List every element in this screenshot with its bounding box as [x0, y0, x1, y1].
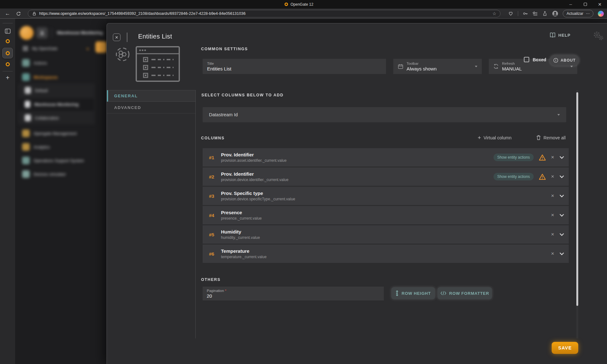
- user-avatar[interactable]: [20, 26, 34, 40]
- copilot-icon[interactable]: [598, 11, 604, 17]
- back-button[interactable]: ←: [4, 10, 11, 17]
- sidebar-item-default[interactable]: Default: [25, 87, 48, 94]
- settings-gears-icon[interactable]: [593, 31, 604, 40]
- chevron-down-icon[interactable]: [559, 175, 564, 179]
- modal-scrollbar-thumb[interactable]: [576, 92, 578, 306]
- modal-close-button[interactable]: ✕: [113, 33, 120, 41]
- tab-advanced[interactable]: ADVANCED: [107, 102, 195, 113]
- tab-panel-toggle[interactable]: [0, 28, 15, 34]
- boxed-label: Boxed: [533, 57, 546, 62]
- chevron-down-icon[interactable]: [559, 194, 564, 198]
- simulator-icon: [22, 170, 30, 178]
- oss-icon: [22, 157, 30, 164]
- maximize-icon: [584, 3, 587, 6]
- opengate-favicon-icon: [6, 39, 10, 43]
- entities-widget-icon: [114, 46, 131, 62]
- favorite-star-icon[interactable]: ☆: [492, 11, 496, 16]
- datastream-dropdown-value: Datastream Id: [209, 112, 557, 117]
- remove-column-icon[interactable]: ×: [551, 231, 554, 238]
- caret-down-icon[interactable]: ▼: [86, 47, 89, 51]
- browser-tab[interactable]: OpenGate 12: [285, 0, 313, 9]
- sidebar-item-workspaces[interactable]: Workspaces: [22, 73, 58, 81]
- remove-column-icon[interactable]: ×: [551, 193, 554, 199]
- window-minimize-button[interactable]: ─: [563, 0, 578, 9]
- column-row-3: #3 Prov. Specific type provision.device.…: [203, 187, 569, 205]
- pagination-value: 20: [207, 293, 380, 299]
- widget-settings-modal: ✕ Entities List HELP: [107, 23, 607, 364]
- chevron-down-icon[interactable]: [559, 252, 564, 256]
- window-maximize-button[interactable]: [578, 0, 592, 9]
- code-icon: [440, 291, 446, 295]
- remove-column-icon[interactable]: ×: [551, 212, 554, 218]
- row-formatter-label: ROW FORMATTER: [449, 291, 489, 296]
- refresh-icon: [493, 64, 499, 69]
- remove-column-icon[interactable]: ×: [551, 173, 554, 180]
- modal-title: Entities List: [138, 33, 172, 40]
- title-field-value: Entities List: [207, 66, 382, 71]
- sidebar-item-devices-simulator[interactable]: Devices simulator: [22, 170, 66, 178]
- profile-avatar[interactable]: [552, 10, 558, 17]
- row-formatter-button[interactable]: ROW FORMATTER: [438, 287, 492, 299]
- workspace-header-title: Warehouse Monitoring: [57, 30, 107, 35]
- chevron-down-icon[interactable]: [559, 214, 564, 217]
- new-tab-button[interactable]: +: [0, 74, 15, 82]
- sidebar-item-label: Operations Support System: [34, 158, 84, 163]
- toolbar-select[interactable]: Toolbar Always shown: [393, 59, 482, 74]
- tab-label: ADVANCED: [114, 105, 141, 110]
- address-bar[interactable]: https://www.opengate.es/workspaces/_1754…: [28, 10, 500, 17]
- add-widget-button[interactable]: [95, 41, 107, 53]
- virtual-column-button[interactable]: + Virtual column: [478, 135, 512, 141]
- column-row-6: #6 Temperature temperature._current.valu…: [203, 245, 569, 263]
- column-name: Prov. Specific type: [221, 191, 547, 196]
- help-label: HELP: [558, 33, 571, 38]
- column-name: Temperature: [221, 248, 547, 254]
- chevron-down-icon[interactable]: [559, 233, 564, 236]
- boxed-checkbox[interactable]: [524, 57, 529, 62]
- password-manager-icon[interactable]: [523, 11, 528, 16]
- remove-column-icon[interactable]: ×: [551, 154, 554, 161]
- column-path: provision.device.identifier._current.val…: [221, 178, 490, 182]
- more-options-icon[interactable]: ⋯: [586, 11, 590, 16]
- remove-all-button[interactable]: Remove all: [536, 135, 566, 140]
- sidebar-item-operations-support-system[interactable]: Operations Support System: [22, 157, 84, 164]
- pagination-label: Pagination *: [207, 289, 380, 293]
- browser-essentials-icon[interactable]: [508, 11, 513, 16]
- sidebar-item-collaborative[interactable]: Collaborative: [25, 114, 59, 121]
- profile-icon[interactable]: [36, 27, 48, 39]
- remove-column-icon[interactable]: ×: [551, 251, 554, 257]
- info-icon: [553, 58, 558, 63]
- header-divider: [127, 33, 127, 42]
- vertical-tab-3[interactable]: [0, 62, 15, 66]
- sidebar-item-label: Opengate Management: [34, 131, 77, 136]
- vertical-tab-1[interactable]: [0, 39, 15, 43]
- actualizar-button[interactable]: Actualizar ⋯: [563, 10, 593, 17]
- tab-general[interactable]: GENERAL: [107, 90, 195, 102]
- column-path: presence._current.value: [221, 216, 547, 221]
- about-button[interactable]: ABOUT: [550, 55, 579, 66]
- workspaces-icon: [22, 73, 30, 81]
- sidebar-item-analytics[interactable]: Analytics: [22, 143, 50, 151]
- datastream-dropdown[interactable]: Datastream Id: [203, 107, 566, 122]
- column-index: #4: [209, 213, 217, 218]
- pagination-field[interactable]: Pagination * 20: [203, 287, 384, 300]
- sidebar-item-opengate-management[interactable]: Opengate Management: [22, 130, 77, 137]
- reload-button[interactable]: [15, 10, 22, 17]
- row-height-button[interactable]: ROW HEIGHT: [391, 287, 435, 299]
- column-index: #1: [209, 155, 217, 160]
- sidebar-item-actions[interactable]: Actions: [22, 59, 47, 67]
- title-field[interactable]: Title Entities List: [203, 59, 386, 74]
- chevron-down-icon[interactable]: [559, 156, 564, 159]
- window-close-button[interactable]: ✕: [592, 0, 607, 9]
- help-button[interactable]: HELP: [549, 32, 571, 38]
- sidebar-item-warehouse-monitoring[interactable]: Warehouse Monitoring: [25, 101, 78, 108]
- share-icon[interactable]: [542, 11, 548, 16]
- management-icon: [22, 130, 30, 137]
- help-book-icon: [549, 32, 556, 38]
- save-button[interactable]: SAVE: [552, 342, 578, 354]
- calendar-icon: [398, 64, 403, 69]
- my-opengate-row[interactable]: My OpenGate: [23, 46, 58, 51]
- sidebar-item-label: Workspaces: [34, 75, 58, 80]
- favorites-bar-icon[interactable]: [532, 11, 538, 16]
- column-index: #3: [209, 193, 217, 199]
- vertical-tab-2-active[interactable]: [2, 48, 13, 58]
